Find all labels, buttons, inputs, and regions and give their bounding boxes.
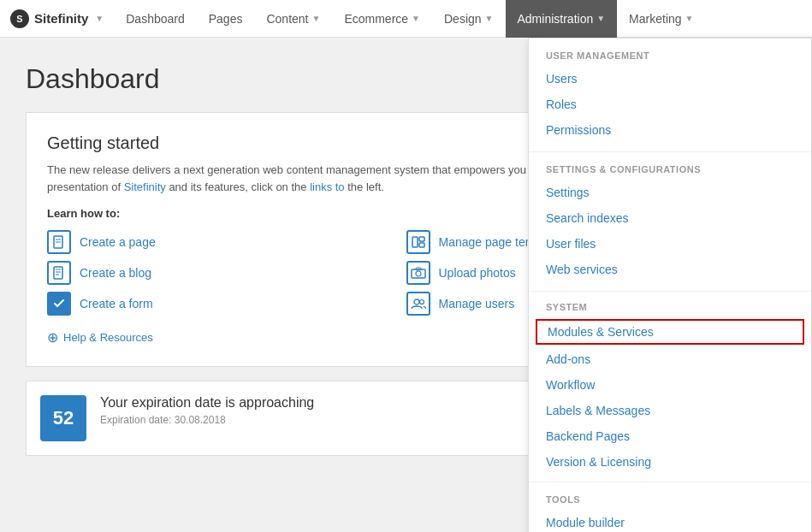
nav-item-administration[interactable]: Administration ▼ — [506, 0, 618, 38]
brand-logo[interactable]: S Sitefinity ▼ — [0, 9, 114, 28]
expiration-title: Your expiration date is approaching — [100, 395, 314, 411]
dropdown-item-backend-pages[interactable]: Backend Pages — [529, 423, 811, 449]
create-blog-label: Create a blog — [80, 266, 151, 280]
system-label: SYSTEM — [529, 299, 811, 317]
dropdown-item-roles[interactable]: Roles — [529, 92, 811, 117]
dropdown-item-permissions[interactable]: Permissions — [529, 117, 811, 143]
shortcut-create-blog[interactable]: Create a blog — [47, 261, 406, 285]
create-page-label: Create a page — [80, 235, 156, 249]
brand-name: Sitefinity — [34, 11, 88, 26]
dropdown-item-add-ons[interactable]: Add-ons — [529, 346, 811, 372]
nav-item-marketing[interactable]: Marketing ▼ — [617, 0, 705, 38]
page-icon — [47, 230, 71, 254]
svg-rect-5 — [419, 243, 424, 247]
sitefinity-link[interactable]: Sitefinity — [124, 180, 166, 193]
shortcut-create-form[interactable]: Create a form — [47, 292, 406, 316]
upload-photos-label: Upload photos — [439, 266, 516, 280]
dropdown-section-user-management: USER MANAGEMENT Users Roles Permissions — [529, 38, 811, 152]
help-icon: ⊕ — [47, 329, 58, 346]
blog-icon — [47, 261, 71, 285]
administration-dropdown: USER MANAGEMENT Users Roles Permissions … — [528, 38, 812, 532]
photos-icon — [406, 261, 430, 285]
main-area: Dashboard Getting started The new releas… — [0, 38, 812, 532]
svg-point-14 — [419, 299, 424, 304]
user-management-label: USER MANAGEMENT — [529, 47, 811, 66]
nav-item-dashboard[interactable]: Dashboard — [114, 0, 197, 38]
links-link[interactable]: links to — [310, 180, 344, 193]
nav-item-content[interactable]: Content ▼ — [254, 0, 332, 38]
marketing-chevron-icon: ▼ — [685, 14, 694, 23]
dropdown-item-search-indexes[interactable]: Search indexes — [529, 205, 811, 231]
svg-rect-3 — [412, 237, 418, 247]
expiration-icon: 52 — [40, 395, 86, 441]
nav-item-ecommerce[interactable]: Ecommerce ▼ — [332, 0, 432, 38]
design-chevron-icon: ▼ — [485, 14, 494, 23]
shortcut-create-page[interactable]: Create a page — [47, 230, 406, 254]
svg-rect-4 — [419, 237, 424, 241]
expiration-subtitle: Expiration date: 30.08.2018 — [100, 414, 314, 426]
dropdown-item-workflow[interactable]: Workflow — [529, 372, 811, 398]
form-icon — [47, 292, 71, 316]
template-icon — [406, 230, 430, 254]
dropdown-item-modules-services[interactable]: Modules & Services — [536, 319, 804, 345]
nav-item-pages[interactable]: Pages — [197, 0, 255, 38]
tools-label: TOOLS — [529, 491, 811, 510]
dropdown-item-web-services[interactable]: Web services — [529, 257, 811, 282]
dropdown-item-settings[interactable]: Settings — [529, 180, 811, 205]
manage-users-label: Manage users — [439, 297, 515, 310]
help-resources-label: Help & Resources — [63, 331, 153, 344]
logo-icon: S — [10, 9, 29, 28]
dropdown-item-labels-messages[interactable]: Labels & Messages — [529, 398, 811, 423]
expiration-text: Your expiration date is approaching Expi… — [100, 395, 314, 426]
users-icon — [406, 292, 430, 316]
brand-chevron-icon: ▼ — [95, 14, 104, 23]
dropdown-section-settings: SETTINGS & CONFIGURATIONS Settings Searc… — [529, 152, 811, 292]
svg-point-13 — [414, 299, 419, 304]
dropdown-item-version-licensing[interactable]: Version & Licensing — [529, 449, 811, 475]
ecommerce-chevron-icon: ▼ — [412, 14, 420, 23]
dropdown-item-module-builder[interactable]: Module builder — [529, 510, 811, 532]
nav-item-design[interactable]: Design ▼ — [432, 0, 506, 38]
create-form-label: Create a form — [80, 297, 153, 310]
dropdown-section-tools: TOOLS Module builder File manager — [529, 482, 811, 532]
dropdown-item-users[interactable]: Users — [529, 66, 811, 92]
dropdown-section-system: SYSTEM Modules & Services Add-ons Workfl… — [529, 292, 811, 482]
svg-rect-6 — [54, 267, 62, 279]
content-chevron-icon: ▼ — [312, 14, 321, 23]
top-navigation: S Sitefinity ▼ Dashboard Pages Content ▼… — [0, 0, 812, 38]
settings-config-label: SETTINGS & CONFIGURATIONS — [529, 161, 811, 180]
svg-point-11 — [416, 271, 421, 276]
dropdown-item-user-files[interactable]: User files — [529, 231, 811, 257]
admin-chevron-icon: ▼ — [596, 14, 605, 23]
